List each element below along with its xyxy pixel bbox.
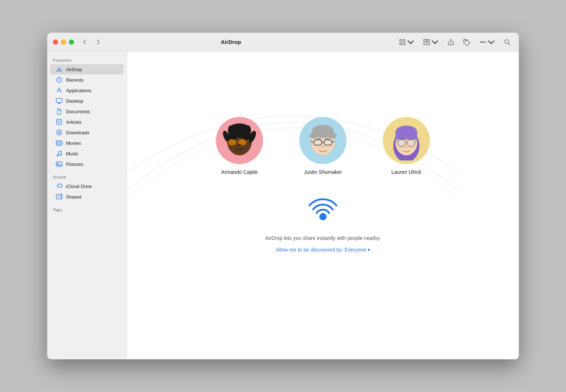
sidebar-item-downloads[interactable]: Downloads [50, 127, 124, 138]
airdrop-description: AirDrop lets you share instantly with pe… [265, 235, 381, 241]
sidebar-label-airdrop: AirDrop [66, 67, 82, 72]
sidebar-item-applications[interactable]: Applications [50, 85, 124, 95]
svg-rect-2 [400, 42, 402, 44]
finder-window: AirDrop [47, 33, 519, 359]
sidebar-item-airdrop[interactable]: AirDrop [50, 64, 124, 74]
title-bar: AirDrop [47, 33, 519, 52]
sidebar-item-desktop[interactable]: Desktop [50, 96, 124, 106]
recents-icon [56, 77, 62, 83]
avatar-armando [216, 117, 263, 164]
svg-rect-46 [228, 139, 236, 145]
svg-rect-28 [56, 141, 62, 145]
svg-rect-0 [400, 39, 402, 41]
svg-point-54 [309, 133, 318, 139]
sidebar-label-shared: Shared [66, 194, 81, 200]
main-panel: Armando Cajide [127, 52, 519, 359]
sidebar-label-applications: Applications [66, 88, 91, 93]
view-group-button[interactable] [421, 37, 441, 47]
music-icon [56, 150, 62, 157]
svg-point-55 [328, 133, 336, 139]
svg-point-73 [409, 141, 413, 144]
sidebar-label-pictures: Pictures [66, 162, 83, 167]
documents-icon [56, 108, 62, 115]
sidebar-label-music: Music [66, 151, 78, 156]
svg-line-16 [57, 88, 59, 92]
svg-rect-5 [427, 39, 430, 41]
svg-rect-66 [395, 132, 417, 139]
airdrop-large-icon [307, 197, 339, 229]
sidebar-item-articles[interactable]: Articles [50, 117, 124, 127]
person-name-armando: Armando Cajide [221, 169, 258, 175]
svg-line-17 [59, 88, 61, 92]
svg-point-12 [505, 40, 509, 44]
sidebar-item-music[interactable]: Music [50, 148, 124, 159]
svg-point-72 [399, 141, 404, 144]
sidebar-label-recents: Recents [66, 77, 83, 83]
person-justin[interactable]: Justin Shumaker [299, 117, 346, 175]
svg-point-8 [465, 40, 466, 41]
close-button[interactable] [53, 40, 58, 45]
sidebar-label-documents: Documents [66, 109, 90, 114]
sidebar-item-icloud-drive[interactable]: iCloud Drive [50, 181, 124, 191]
svg-rect-6 [424, 42, 430, 44]
sidebar: Favorites AirDrop [47, 52, 127, 359]
person-name-lauren: Lauren Ulrick [391, 169, 421, 175]
svg-line-13 [508, 43, 510, 45]
airdrop-icon [56, 66, 62, 73]
sidebar-item-shared[interactable]: Shared [50, 192, 124, 202]
svg-rect-37 [56, 162, 62, 166]
person-name-justin: Justin Shumaker [304, 169, 342, 175]
people-area: Armando Cajide [216, 117, 430, 175]
svg-point-11 [484, 41, 485, 42]
sidebar-label-desktop: Desktop [66, 98, 83, 104]
tags-label: Tags [47, 205, 127, 213]
svg-point-9 [480, 41, 481, 42]
window-title: AirDrop [65, 39, 397, 45]
tag-button[interactable] [461, 37, 473, 47]
content-area: Favorites AirDrop [47, 52, 519, 359]
pictures-icon [56, 161, 62, 167]
sidebar-item-pictures[interactable]: Pictures [50, 159, 124, 169]
movies-icon [56, 140, 62, 146]
applications-icon [56, 87, 62, 94]
avatar-justin [299, 117, 346, 164]
svg-point-35 [57, 155, 58, 156]
icloud-drive-icon [56, 183, 62, 189]
sidebar-label-articles: Articles [66, 119, 82, 125]
svg-point-51 [238, 144, 241, 146]
search-button[interactable] [501, 37, 513, 47]
svg-point-61 [315, 141, 320, 144]
svg-rect-4 [424, 39, 426, 41]
svg-point-36 [60, 154, 61, 155]
sidebar-label-icloud-drive: iCloud Drive [66, 184, 92, 189]
articles-icon [56, 119, 62, 125]
svg-rect-1 [403, 39, 405, 41]
svg-point-62 [325, 141, 331, 144]
icloud-label: iCloud [47, 173, 127, 181]
svg-point-74 [319, 213, 327, 220]
chevron-down-icon: ▾ [368, 247, 370, 253]
desktop-icon [56, 98, 62, 104]
person-lauren[interactable]: Lauren Ulrick [383, 117, 430, 175]
svg-point-10 [483, 41, 484, 42]
svg-rect-39 [56, 195, 61, 199]
svg-rect-19 [56, 98, 62, 102]
avatar-lauren [383, 117, 430, 164]
shared-icon [56, 193, 62, 200]
sidebar-label-downloads: Downloads [66, 130, 89, 135]
bottom-section: AirDrop lets you share instantly with pe… [265, 197, 381, 253]
airdrop-discovery-text: Allow me to be discovered by: Everyone [276, 247, 366, 253]
sidebar-item-recents[interactable]: Recents [50, 75, 124, 85]
sidebar-item-movies[interactable]: Movies [50, 138, 124, 148]
favorites-label: Favorites [47, 56, 127, 64]
svg-rect-3 [403, 42, 405, 44]
view-grid-button[interactable] [397, 37, 417, 47]
toolbar-actions [397, 37, 513, 47]
share-button[interactable] [445, 37, 457, 47]
person-armando[interactable]: Armando Cajide [216, 117, 263, 175]
airdrop-discovery-button[interactable]: Allow me to be discovered by: Everyone ▾ [276, 247, 370, 253]
sidebar-label-movies: Movies [66, 140, 81, 146]
downloads-icon [56, 129, 62, 136]
more-button[interactable] [477, 37, 497, 47]
sidebar-item-documents[interactable]: Documents [50, 106, 124, 117]
